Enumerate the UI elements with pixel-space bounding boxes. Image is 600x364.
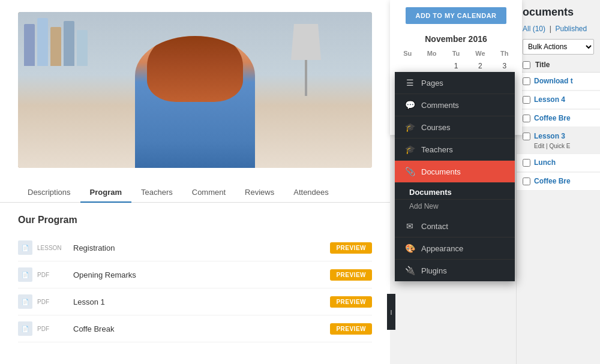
cal-cell[interactable] — [396, 60, 419, 72]
lesson-type-2: PDF — [37, 299, 67, 305]
contact-icon: ✉ — [404, 221, 415, 231]
doc-checkbox-1[interactable] — [523, 96, 530, 104]
tab-descriptions[interactable]: Descriptions — [18, 183, 80, 203]
tabs-nav: Descriptions Program Teachers Comment Re… — [0, 174, 390, 203]
submenu-header-documents: Documents — [395, 183, 515, 200]
appearance-icon: 🎨 — [404, 243, 415, 253]
lesson-row: 📄 PDF Opening Remarks PREVIEW — [18, 261, 372, 288]
preview-btn-2[interactable]: PREVIEW — [330, 296, 372, 308]
program-title: Our Program — [18, 215, 372, 225]
doc-checkbox-5[interactable] — [523, 178, 530, 185]
documents-admin-panel: ocuments All (10) | Published Bulk Actio… — [516, 0, 600, 364]
cal-cell[interactable]: 2 — [469, 60, 491, 72]
submenu-title-documents: Documents — [409, 188, 452, 197]
menu-item-contact[interactable]: ✉ Contact — [395, 215, 515, 237]
bulk-actions-select[interactable]: Bulk Actions Edit Move to Trash — [523, 39, 594, 55]
cal-cell[interactable]: 1 — [445, 60, 467, 72]
tab-program[interactable]: Program — [80, 183, 131, 203]
cal-day-tu: Tu — [445, 50, 467, 57]
comments-icon: 💬 — [404, 100, 415, 110]
lesson-type-1: PDF — [37, 272, 67, 278]
doc-title-0[interactable]: Download t — [534, 76, 573, 86]
binder-5 — [77, 30, 88, 66]
menu-label-appearance: Appearance — [421, 244, 463, 253]
left-panel: Descriptions Program Teachers Comment Re… — [0, 0, 390, 364]
doc-title-5[interactable]: Coffee Bre — [534, 176, 571, 186]
doc-content-3: Lesson 3 Edit | Quick E — [534, 131, 570, 149]
documents-icon: 📎 — [404, 167, 415, 176]
pages-icon: ☰ — [404, 78, 415, 88]
collapse-icon: ‖ — [390, 309, 392, 315]
cal-cell[interactable] — [420, 60, 443, 72]
cal-day-th: Th — [493, 50, 516, 57]
lesson-name-0: Registration — [73, 243, 330, 252]
doc-title-3[interactable]: Lesson 3 — [534, 131, 570, 142]
menu-item-documents[interactable]: 📎 Documents — [395, 161, 515, 183]
doc-item-4: Lunch — [517, 154, 600, 172]
menu-label-courses: Courses — [421, 123, 450, 132]
lesson-name-3: Coffe Break — [73, 324, 330, 333]
menu-item-comments[interactable]: 💬 Comments — [395, 94, 515, 116]
doc-checkbox-4[interactable] — [523, 159, 530, 167]
menu-item-appearance[interactable]: 🎨 Appearance — [395, 237, 515, 260]
lesson-icon-2: 📄 — [18, 294, 32, 309]
doc-item-0: Download t — [517, 73, 600, 91]
doc-item-3: Lesson 3 Edit | Quick E — [517, 128, 600, 154]
menu-item-pages[interactable]: ☰ Pages — [395, 72, 515, 94]
title-column-header: Title — [535, 61, 550, 69]
menu-item-teachers[interactable]: 🎓 Teachers — [395, 139, 515, 161]
menu-label-pages: Pages — [421, 79, 443, 88]
preview-btn-1[interactable]: PREVIEW — [330, 269, 372, 281]
lesson-row: 📄 PDF Lesson 1 PREVIEW — [18, 288, 372, 315]
binder-1 — [24, 24, 35, 66]
binder-4 — [64, 21, 74, 66]
lesson-icon-1: 📄 — [18, 267, 32, 282]
lesson-row: 📄 PDF Coffe Break PREVIEW — [18, 315, 372, 342]
filter-all-link[interactable]: All (10) — [523, 25, 545, 33]
filter-published-link[interactable]: Published — [555, 25, 587, 33]
doc-title-1[interactable]: Lesson 4 — [534, 95, 565, 105]
plugins-icon: 🔌 — [404, 266, 415, 275]
doc-checkbox-2[interactable] — [523, 115, 530, 122]
cal-week-0: 1 2 3 — [396, 60, 516, 72]
menu-label-teachers: Teachers — [421, 145, 453, 154]
tab-comment[interactable]: Comment — [182, 183, 235, 203]
menu-label-comments: Comments — [421, 101, 459, 110]
hero-image — [18, 12, 372, 168]
cal-cell[interactable]: 3 — [493, 60, 516, 72]
doc-checkbox-3[interactable] — [523, 133, 530, 140]
doc-title-2[interactable]: Coffee Bre — [534, 113, 571, 124]
tab-reviews[interactable]: Reviews — [235, 183, 284, 203]
cal-day-we: We — [469, 50, 491, 57]
submenu-item-add-new[interactable]: Add New — [395, 200, 515, 215]
lesson-icon-3: 📄 — [18, 321, 32, 336]
doc-item-1: Lesson 4 — [517, 91, 600, 109]
menu-item-plugins[interactable]: 🔌 Plugins — [395, 260, 515, 281]
doc-title-4[interactable]: Lunch — [534, 158, 556, 168]
menu-collapse-indicator[interactable]: ‖ — [387, 294, 395, 330]
lesson-row: 📄 LESSON Registration PREVIEW — [18, 234, 372, 261]
cal-day-mo: Mo — [420, 50, 443, 57]
filter-row: All (10) | Published — [517, 22, 600, 36]
person-figure — [135, 36, 255, 168]
preview-btn-3[interactable]: PREVIEW — [330, 323, 372, 335]
select-all-checkbox[interactable] — [523, 61, 530, 69]
add-to-calendar-button[interactable]: ADD TO MY CALENDAR — [406, 7, 506, 24]
tab-teachers[interactable]: Teachers — [131, 183, 182, 203]
preview-btn-0[interactable]: PREVIEW — [330, 242, 372, 254]
documents-title: ocuments — [517, 0, 600, 22]
menu-item-courses[interactable]: 🎓 Courses — [395, 116, 515, 139]
courses-icon: 🎓 — [404, 122, 415, 132]
teachers-icon: 🎓 — [404, 145, 415, 154]
doc-item-2: Coffee Bre — [517, 110, 600, 128]
lesson-name-2: Lesson 1 — [73, 297, 330, 306]
lesson-icon-0: 📄 — [18, 240, 32, 255]
submenu-label-add-new: Add New — [409, 202, 439, 210]
doc-checkbox-0[interactable] — [523, 77, 530, 85]
bookshelf — [24, 18, 88, 66]
menu-label-documents: Documents — [421, 167, 461, 176]
desk-lamp — [288, 24, 324, 96]
lesson-name-1: Opening Remarks — [73, 270, 330, 279]
calendar-month-header: November 2016 — [390, 31, 522, 50]
tab-attendees[interactable]: Attendees — [284, 183, 338, 203]
